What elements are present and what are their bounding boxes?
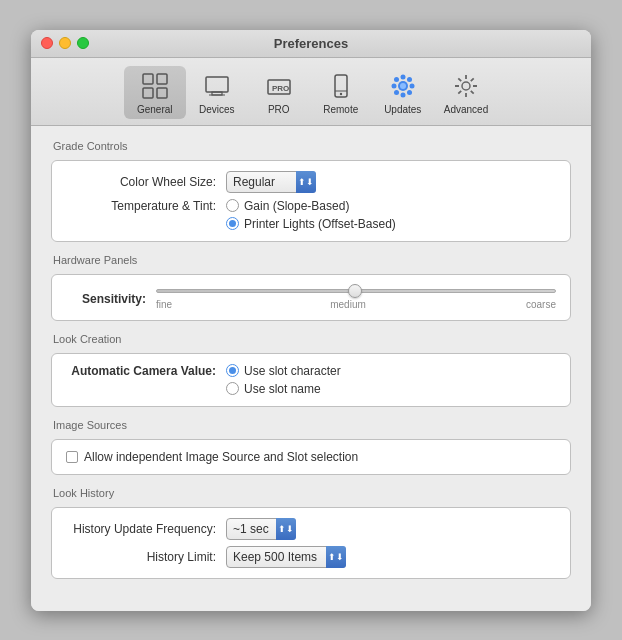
svg-point-13 xyxy=(400,83,406,89)
toolbar-item-devices[interactable]: Devices xyxy=(186,66,248,119)
look-history-body: History Update Frequency: ~1 sec ⬆⬇ Hist… xyxy=(51,507,571,579)
color-wheel-arrow[interactable]: ⬆⬇ xyxy=(296,171,316,193)
slider-label-coarse: coarse xyxy=(526,299,556,310)
slider-label-fine: fine xyxy=(156,299,172,310)
history-freq-arrow[interactable]: ⬆⬇ xyxy=(276,518,296,540)
look-creation-body: Automatic Camera Value: Use slot charact… xyxy=(51,353,571,407)
radio-slot-name-label: Use slot name xyxy=(244,382,321,396)
svg-point-18 xyxy=(394,77,399,82)
radio-gain-label: Gain (Slope-Based) xyxy=(244,199,349,213)
sensitivity-label: Sensitivity: xyxy=(66,292,156,306)
sensitivity-row: Sensitivity: fine medium coarse xyxy=(66,289,556,310)
maximize-button[interactable] xyxy=(77,37,89,49)
auto-camera-radio-group: Use slot character Use slot name xyxy=(226,364,341,396)
color-wheel-label: Color Wheel Size: xyxy=(66,175,226,189)
history-limit-label: History Limit: xyxy=(66,550,226,564)
preferences-window: Preferences General xyxy=(31,30,591,611)
auto-camera-row: Automatic Camera Value: Use slot charact… xyxy=(66,364,556,396)
look-creation-header: Look Creation xyxy=(51,333,571,345)
image-sources-header: Image Sources xyxy=(51,419,571,431)
devices-icon xyxy=(201,70,233,102)
svg-point-17 xyxy=(400,92,405,97)
svg-rect-4 xyxy=(206,77,228,92)
svg-point-16 xyxy=(400,74,405,79)
slider-track xyxy=(156,289,556,293)
toolbar-devices-label: Devices xyxy=(199,104,235,115)
general-icon xyxy=(139,70,171,102)
traffic-lights xyxy=(41,37,89,49)
radio-printer-label: Printer Lights (Offset-Based) xyxy=(244,217,396,231)
svg-rect-0 xyxy=(143,74,153,84)
grade-controls-body: Color Wheel Size: Regular ⬆⬇ Temperature… xyxy=(51,160,571,242)
radio-printer[interactable]: Printer Lights (Offset-Based) xyxy=(226,217,396,231)
radio-slot-name[interactable]: Use slot name xyxy=(226,382,341,396)
hardware-panels-section: Hardware Panels Sensitivity: fine medium… xyxy=(51,254,571,321)
remote-icon xyxy=(325,70,357,102)
grade-controls-section: Grade Controls Color Wheel Size: Regular… xyxy=(51,140,571,242)
temp-tint-radio-group: Gain (Slope-Based) Printer Lights (Offse… xyxy=(226,199,396,231)
toolbar: General Devices PRO PRO xyxy=(31,58,591,126)
toolbar-item-remote[interactable]: Remote xyxy=(310,66,372,119)
svg-point-20 xyxy=(394,90,399,95)
history-freq-select-wrapper: ~1 sec ⬆⬇ xyxy=(226,518,296,540)
svg-point-21 xyxy=(407,90,412,95)
toolbar-item-pro[interactable]: PRO PRO xyxy=(248,66,310,119)
content-area: Grade Controls Color Wheel Size: Regular… xyxy=(31,126,591,611)
svg-line-30 xyxy=(458,90,461,93)
hardware-panels-header: Hardware Panels xyxy=(51,254,571,266)
image-sources-body: Allow independent Image Source and Slot … xyxy=(51,439,571,475)
history-limit-arrow[interactable]: ⬆⬇ xyxy=(326,546,346,568)
radio-gain-input[interactable] xyxy=(226,199,239,212)
pro-icon: PRO xyxy=(263,70,295,102)
svg-rect-2 xyxy=(143,88,153,98)
svg-point-22 xyxy=(462,82,470,90)
title-bar: Preferences xyxy=(31,30,591,58)
toolbar-pro-label: PRO xyxy=(268,104,290,115)
color-wheel-select-wrapper: Regular ⬆⬇ xyxy=(226,171,316,193)
toolbar-remote-label: Remote xyxy=(323,104,358,115)
svg-line-29 xyxy=(471,78,474,81)
toolbar-general-label: General xyxy=(137,104,173,115)
look-creation-section: Look Creation Automatic Camera Value: Us… xyxy=(51,333,571,407)
minimize-button[interactable] xyxy=(59,37,71,49)
grade-controls-header: Grade Controls xyxy=(51,140,571,152)
history-limit-row: History Limit: Keep 500 Items ⬆⬇ xyxy=(66,546,556,568)
svg-rect-1 xyxy=(157,74,167,84)
history-freq-label: History Update Frequency: xyxy=(66,522,226,536)
look-history-header: Look History xyxy=(51,487,571,499)
svg-line-28 xyxy=(471,90,474,93)
slider-label-medium: medium xyxy=(330,299,366,310)
toolbar-advanced-label: Advanced xyxy=(444,104,488,115)
radio-slot-char-label: Use slot character xyxy=(244,364,341,378)
color-wheel-row: Color Wheel Size: Regular ⬆⬇ xyxy=(66,171,556,193)
radio-slot-char-input[interactable] xyxy=(226,364,239,377)
radio-slot-char[interactable]: Use slot character xyxy=(226,364,341,378)
advanced-icon xyxy=(450,70,482,102)
image-sources-section: Image Sources Allow independent Image So… xyxy=(51,419,571,475)
history-freq-row: History Update Frequency: ~1 sec ⬆⬇ xyxy=(66,518,556,540)
image-sources-row[interactable]: Allow independent Image Source and Slot … xyxy=(66,450,556,464)
window-title: Preferences xyxy=(274,36,348,51)
temp-tint-label: Temperature & Tint: xyxy=(66,199,226,213)
look-history-section: Look History History Update Frequency: ~… xyxy=(51,487,571,579)
svg-point-19 xyxy=(407,77,412,82)
radio-printer-input[interactable] xyxy=(226,217,239,230)
image-sources-checkbox[interactable] xyxy=(66,451,78,463)
updates-icon xyxy=(387,70,419,102)
svg-line-27 xyxy=(458,78,461,81)
toolbar-item-advanced[interactable]: Advanced xyxy=(434,66,498,119)
toolbar-item-general[interactable]: General xyxy=(124,66,186,119)
svg-rect-3 xyxy=(157,88,167,98)
toolbar-item-updates[interactable]: Updates xyxy=(372,66,434,119)
temp-tint-row: Temperature & Tint: Gain (Slope-Based) P… xyxy=(66,199,556,231)
hardware-panels-body: Sensitivity: fine medium coarse xyxy=(51,274,571,321)
radio-slot-name-input[interactable] xyxy=(226,382,239,395)
svg-point-14 xyxy=(391,83,396,88)
radio-gain[interactable]: Gain (Slope-Based) xyxy=(226,199,396,213)
svg-point-11 xyxy=(340,92,342,94)
image-sources-label: Allow independent Image Source and Slot … xyxy=(84,450,358,464)
slider-wrapper: fine medium coarse xyxy=(156,289,556,310)
auto-camera-label: Automatic Camera Value: xyxy=(66,364,226,378)
svg-point-15 xyxy=(409,83,414,88)
close-button[interactable] xyxy=(41,37,53,49)
